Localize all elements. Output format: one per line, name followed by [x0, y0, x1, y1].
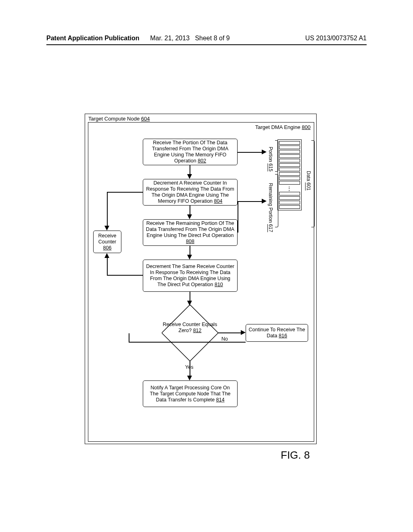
- figure-8: Target Compute Node 604 Target DMA Engin…: [85, 114, 317, 444]
- header-left: Patent Application Publication: [46, 35, 140, 42]
- connector: [107, 192, 108, 227]
- connector: [107, 275, 143, 276]
- header-pubno: US 2013/0073752 A1: [305, 35, 367, 42]
- arrow-up-icon: [104, 253, 109, 258]
- step-802: Receive The Portion Of The Data Transfer…: [143, 139, 238, 165]
- inner-title: Target DMA Engine 800: [255, 124, 311, 130]
- label-remaining: Remaining Portion 617: [268, 183, 273, 232]
- step-808: Receive The Remaining Portion Of The Dat…: [143, 219, 238, 246]
- outer-title: Target Compute Node 604: [88, 116, 150, 122]
- connector: [238, 201, 238, 233]
- connector: [218, 332, 242, 333]
- arrow-down-icon: [104, 226, 109, 231]
- connector: [190, 165, 190, 175]
- bracket-data: [311, 140, 315, 227]
- receive-counter-806: Receive Counter806: [93, 231, 121, 253]
- step-814: Notify A Target Processing Core On The T…: [143, 380, 238, 407]
- header-date: Mar. 21, 2013: [150, 35, 190, 42]
- step-816: Continue To Receive The Data 816: [246, 324, 308, 342]
- arrow-down-icon: [187, 301, 192, 305]
- connector: [107, 192, 143, 193]
- arrow-right-icon: [262, 199, 267, 204]
- arrow-down-icon: [187, 174, 192, 179]
- connector: [107, 257, 108, 276]
- label-data: Data 601: [306, 171, 311, 191]
- page-header: Patent Application Publication Mar. 21, …: [46, 35, 367, 45]
- decision-no-label: No: [221, 336, 228, 342]
- connector: [190, 361, 190, 376]
- arrow-right-icon: [262, 150, 267, 154]
- header-sheet: Sheet 8 of 9: [195, 35, 229, 42]
- step-810: Decrement The Same Receive Counter In Re…: [143, 260, 238, 292]
- connector: [238, 152, 263, 153]
- arrow-right-icon: [241, 330, 246, 335]
- connector: [129, 333, 129, 343]
- target-compute-node-box: Target Compute Node 604 Target DMA Engin…: [85, 114, 317, 444]
- connector: [190, 206, 190, 215]
- connector: [129, 342, 246, 343]
- target-dma-engine-box: Target DMA Engine 800 Receive The Portio…: [88, 122, 314, 442]
- data-buffer: ⋮: [277, 139, 306, 210]
- bracket-portion: [275, 140, 278, 172]
- arrow-down-icon: [187, 376, 192, 380]
- arrow-down-icon: [187, 255, 192, 260]
- connector: [190, 292, 190, 301]
- connector: [190, 246, 190, 256]
- arrow-down-icon: [187, 214, 192, 219]
- figure-label: FIG. 8: [281, 449, 310, 461]
- bracket-remaining: [275, 174, 278, 227]
- step-804: Decrement A Receive Counter In Response …: [143, 179, 238, 206]
- connector: [238, 201, 263, 202]
- label-portion: Portion 615: [268, 147, 273, 171]
- decision-812: Receive Counter Equals Zero? 812: [162, 305, 218, 361]
